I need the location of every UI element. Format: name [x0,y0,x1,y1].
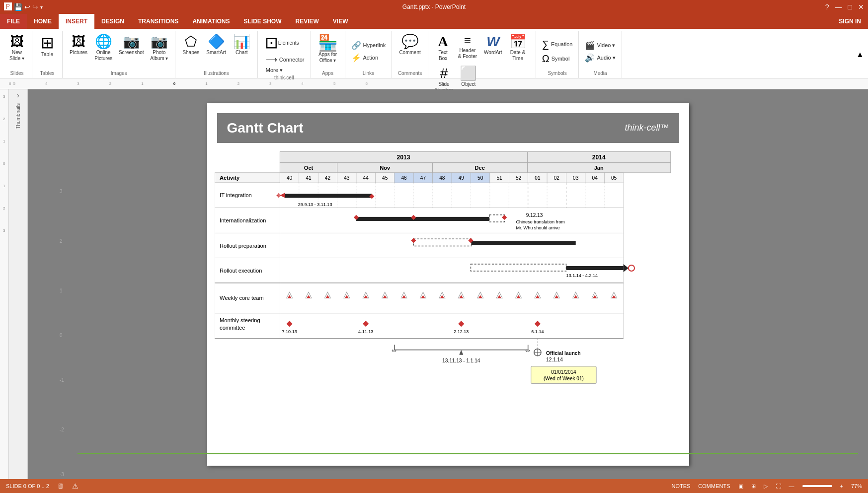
screenshot-button[interactable]: 📷 Screenshot [116,33,146,58]
slide: Gantt Chart think-cell™ 2013 2014 Oct No… [207,103,689,466]
title-bar: 🅿 💾 ↩ ↪ ▾ Gantt.pptx - PowerPoint ? — □ … [0,0,868,14]
svg-text:41: 41 [306,175,312,181]
comment-button[interactable]: 💬 Comment [396,33,423,58]
svg-text:✥: ✥ [276,192,281,199]
view-slideshow[interactable]: ⛶ [776,483,781,489]
equation-button[interactable]: ∑ Equation [540,38,575,51]
gantt-chart[interactable]: 2013 2014 Oct Nov Dec Jan Activity [215,148,682,391]
hyperlink-button[interactable]: 🔗 Hyperlink [349,40,388,51]
sign-in-button[interactable]: Sign in [832,14,868,29]
undo-button[interactable]: ↩ [24,3,30,11]
slide-canvas[interactable]: Gantt Chart think-cell™ 2013 2014 Oct No… [28,89,868,479]
svg-text:42: 42 [324,175,330,181]
status-bar: SLIDE 0 OF 0 .. 2 🖥 ⚠ NOTES COMMENTS ▣ ⊞… [0,479,868,493]
elements-icon: ⊡ [265,35,278,51]
svg-rect-144 [280,313,623,338]
view-normal[interactable]: ▣ [738,483,743,490]
svg-text:44: 44 [363,175,369,181]
svg-text:13.1.14 - 4.2.14: 13.1.14 - 4.2.14 [566,273,598,278]
minimize-button[interactable]: — [835,3,842,11]
wordart-button[interactable]: W WordArt [481,33,505,58]
nav-arrow-up[interactable]: › [17,91,19,99]
status-icon-2[interactable]: ⚠ [72,482,79,490]
ribbon: 🖼 NewSlide ▾ Slides ⊞ Table Tables 🖼 Pic… [0,29,868,78]
audio-button[interactable]: 🔊 Audio ▾ [583,52,617,64]
view-reading[interactable]: ▷ [764,483,768,490]
svg-text:⇔: ⇔ [525,347,530,353]
comments-button[interactable]: COMMENTS [698,483,730,489]
redo-button[interactable]: ↪ [32,3,38,11]
notes-button[interactable]: NOTES [671,483,690,489]
pictures-icon: 🖼 [72,35,85,49]
tab-slideshow[interactable]: SLIDE SHOW [237,14,288,29]
tab-view[interactable]: VIEW [326,14,355,29]
svg-text:Internationalization: Internationalization [220,217,266,223]
ribbon-collapse-button[interactable]: ▲ [856,31,866,78]
slide-left-margin-n2: -2 [60,427,64,432]
online-pictures-button[interactable]: 🌐 OnlinePictures [91,33,115,64]
symbol-button[interactable]: Ω Symbol [540,52,572,66]
header-footer-button[interactable]: ≡ Header& Footer [455,33,480,62]
symbols-group-label: Symbols [548,70,566,78]
textbox-button[interactable]: A TextBox [432,33,454,64]
svg-text:45: 45 [382,175,388,181]
help-button[interactable]: ? [825,3,829,11]
view-slide-sorter[interactable]: ⊞ [751,483,756,490]
svg-text:Monthly steering: Monthly steering [220,317,260,323]
apps-for-office-button[interactable]: 🏪 Apps forOffice ▾ [315,33,341,66]
tab-review[interactable]: REVIEW [289,14,326,29]
svg-text:IT integration: IT integration [220,192,252,198]
close-button[interactable]: ✕ [858,3,864,11]
svg-text:2.12.13: 2.12.13 [454,329,469,334]
status-icon-1[interactable]: 🖥 [57,482,64,490]
tab-animations[interactable]: ANIMATIONS [185,14,237,29]
online-pictures-icon: 🌐 [95,35,112,49]
svg-text:Rollout preparation: Rollout preparation [220,242,266,248]
tab-design[interactable]: DESIGN [94,14,131,29]
save-button[interactable]: 💾 [14,3,22,11]
tab-file[interactable]: FILE [0,14,27,29]
svg-text:02: 02 [553,175,559,181]
photo-album-button[interactable]: 📷 PhotoAlbum ▾ [147,33,171,64]
svg-text:Rollout execution: Rollout execution [220,268,262,274]
zoom-out[interactable]: — [789,483,794,489]
customize-qat-button[interactable]: ▾ [40,4,43,10]
svg-text:51: 51 [496,175,502,181]
comment-icon: 💬 [401,35,419,49]
svg-text:05: 05 [611,175,617,181]
zoom-in[interactable]: + [840,483,843,489]
more-button[interactable]: More ▾ [264,66,307,74]
smartart-button[interactable]: 🔷 SmartArt [203,33,229,58]
chart-button[interactable]: 📊 Chart [230,33,253,58]
elements-button[interactable]: ⊡ Elements [262,33,292,53]
table-icon: ⊞ [41,35,54,51]
video-button[interactable]: 🎬 Video ▾ [583,40,617,51]
zoom-slider[interactable] [802,485,832,487]
screenshot-icon: 📷 [123,35,140,49]
svg-text:Official launch: Official launch [546,350,581,355]
table-button[interactable]: ⊞ Table [36,33,58,60]
ribbon-tabs: FILE HOME INSERT DESIGN TRANSITIONS ANIM… [0,14,868,29]
new-slide-button[interactable]: 🖼 NewSlide ▾ [6,33,28,64]
shapes-button[interactable]: ⬠ Shapes [179,33,202,58]
tab-insert[interactable]: INSERT [59,14,94,29]
ribbon-group-apps: 🏪 Apps forOffice ▾ Apps [311,31,345,78]
pictures-button[interactable]: 🖼 Pictures [67,33,90,58]
symbol-icon: Ω [542,53,550,65]
object-button[interactable]: ⬜ Object [457,65,480,89]
slides-group-label: Slides [10,70,23,78]
svg-point-99 [628,265,634,271]
svg-text:9.12.13: 9.12.13 [526,212,543,217]
svg-marker-157 [459,350,463,354]
shapes-icon: ⬠ [185,35,197,49]
svg-text:⇔: ⇔ [391,347,396,353]
date-time-button[interactable]: 📅 Date &Time [506,33,530,64]
action-button[interactable]: ⚡ Action [349,52,381,64]
connector-button[interactable]: ⟶ Connector [264,54,307,65]
tab-home[interactable]: HOME [27,14,59,29]
tab-transitions[interactable]: TRANSITIONS [131,14,185,29]
svg-rect-95 [280,258,623,283]
maximize-button[interactable]: □ [848,3,852,11]
svg-text:(Wed of Week 01): (Wed of Week 01) [543,376,583,381]
svg-text:Mr. Whu should arrive: Mr. Whu should arrive [516,225,559,230]
